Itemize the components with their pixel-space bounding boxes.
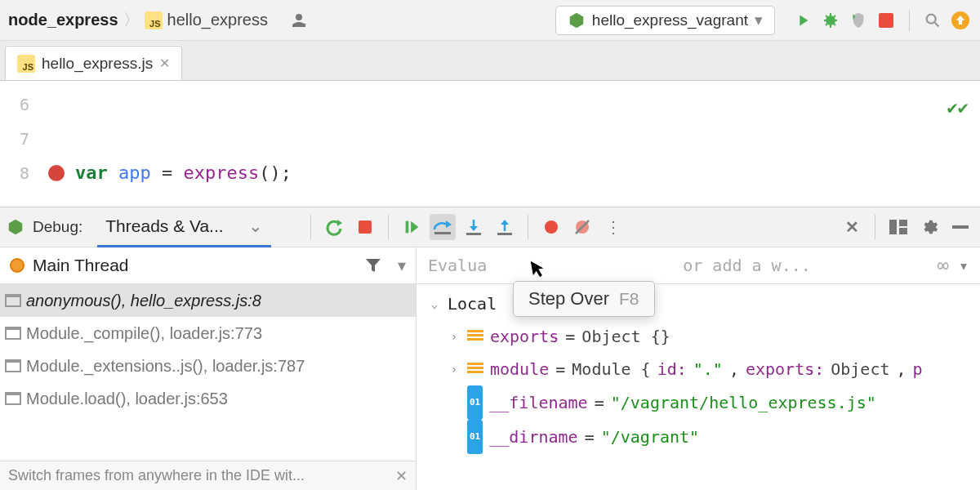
evaluate-expression-input[interactable]: Evalua or add a w... ∞ ▾ bbox=[416, 247, 980, 283]
thread-status-icon bbox=[10, 258, 24, 273]
step-into-icon[interactable] bbox=[461, 214, 487, 240]
inspection-ok-icon[interactable]: ✔✔ bbox=[947, 97, 969, 118]
close-icon[interactable]: ✕ bbox=[839, 214, 865, 240]
svg-rect-1 bbox=[879, 13, 893, 28]
svg-rect-8 bbox=[497, 233, 512, 235]
svg-rect-6 bbox=[434, 232, 451, 234]
chevron-down-icon[interactable]: ⌄ bbox=[248, 216, 263, 236]
variables-tree[interactable]: ⌄Local › exports = Object {} › module = … bbox=[416, 284, 980, 454]
chevron-down-icon[interactable]: ▾ bbox=[398, 256, 406, 275]
svg-rect-14 bbox=[952, 225, 969, 229]
run-configuration-selector[interactable]: hello_express_vagrant ▾ bbox=[555, 6, 775, 35]
svg-point-9 bbox=[545, 220, 558, 234]
main-toolbar: node_express 〉 JS hello_express hello_ex… bbox=[0, 0, 980, 41]
debug-panel: Main Thread ▾ anonymous(), hello_express… bbox=[0, 247, 980, 490]
editor-tab[interactable]: JS hello_express.js ✕ bbox=[5, 46, 182, 80]
gear-icon[interactable] bbox=[916, 214, 942, 240]
separator bbox=[909, 10, 910, 31]
string-icon: 01 bbox=[467, 420, 483, 454]
stop-icon[interactable] bbox=[352, 214, 378, 240]
svg-rect-4 bbox=[359, 220, 372, 234]
stack-frame[interactable]: Module._extensions..js(), loader.js:787 bbox=[0, 350, 416, 382]
debug-tab-threads[interactable]: Threads & Va...⌄ bbox=[97, 207, 270, 247]
user-icon[interactable] bbox=[287, 9, 310, 32]
breadcrumb[interactable]: node_express 〉 JS hello_express bbox=[8, 9, 268, 31]
glasses-icon[interactable]: ∞ bbox=[938, 254, 946, 277]
minimize-icon[interactable] bbox=[947, 214, 973, 240]
svg-rect-11 bbox=[889, 220, 897, 234]
thread-name: Main Thread bbox=[33, 256, 129, 275]
code-area[interactable]: var app = express(); app.get('/', functi… bbox=[75, 81, 980, 207]
search-icon[interactable] bbox=[921, 9, 944, 32]
line-numbers: 6 7 8 bbox=[0, 81, 38, 207]
object-icon bbox=[467, 363, 483, 376]
tooltip: Step Over F8 bbox=[513, 281, 655, 317]
variable-row[interactable]: › exports = Object {} bbox=[423, 320, 980, 353]
nodejs-icon bbox=[7, 218, 24, 236]
stack-frame[interactable]: anonymous(), hello_express.js:8 bbox=[0, 284, 416, 317]
step-over-icon[interactable] bbox=[430, 214, 456, 240]
stop-button[interactable] bbox=[875, 9, 898, 32]
close-icon[interactable]: ✕ bbox=[159, 56, 170, 71]
tooltip-shortcut: F8 bbox=[619, 289, 639, 309]
stack-frame[interactable]: Module._compile(), loader.js:773 bbox=[0, 317, 416, 350]
stack-frame[interactable]: Module.load(), loader.js:653 bbox=[0, 382, 416, 415]
variables-panel: Evalua or add a w... ∞ ▾ ⌄Local › export… bbox=[416, 247, 980, 490]
string-icon: 01 bbox=[467, 385, 483, 420]
scope-row[interactable]: ⌄Local bbox=[423, 287, 980, 320]
object-icon bbox=[467, 330, 483, 343]
expand-icon: › bbox=[448, 353, 461, 385]
debug-toolbar: Debug: Threads & Va...⌄ ⋮ ✕ bbox=[0, 207, 980, 247]
variable-row[interactable]: 01 __filename = "/vagrant/hello_express.… bbox=[423, 385, 980, 420]
variable-row[interactable]: › module = Module {id: ".", exports: Obj… bbox=[423, 353, 980, 385]
tooltip-label: Step Over bbox=[528, 288, 609, 310]
run-config-name: hello_express_vagrant bbox=[592, 11, 748, 29]
breakpoint-icon[interactable] bbox=[48, 165, 65, 181]
view-breakpoints-icon[interactable] bbox=[538, 214, 564, 240]
chevron-down-icon[interactable]: ▾ bbox=[959, 256, 969, 275]
resume-icon[interactable] bbox=[399, 214, 425, 240]
debug-button[interactable] bbox=[819, 9, 842, 32]
breadcrumb-file[interactable]: hello_express bbox=[167, 11, 268, 29]
step-out-icon[interactable] bbox=[492, 214, 518, 240]
svg-rect-13 bbox=[899, 228, 907, 234]
thread-row[interactable]: Main Thread ▾ bbox=[0, 247, 416, 283]
close-icon[interactable]: ✕ bbox=[395, 467, 408, 485]
nodejs-icon bbox=[568, 11, 586, 29]
update-icon[interactable] bbox=[949, 9, 972, 32]
more-icon[interactable]: ⋮ bbox=[600, 214, 626, 240]
debug-label: Debug: bbox=[33, 218, 82, 236]
frame-icon bbox=[5, 392, 21, 405]
collapse-icon: ⌄ bbox=[428, 287, 441, 320]
frame-icon bbox=[5, 294, 21, 307]
variable-row[interactable]: 01 __dirname = "/vagrant" bbox=[423, 420, 980, 454]
filter-icon[interactable] bbox=[365, 258, 381, 273]
svg-rect-7 bbox=[466, 233, 481, 235]
mute-breakpoints-icon[interactable] bbox=[569, 214, 595, 240]
mouse-cursor-icon bbox=[529, 256, 549, 280]
chevron-right-icon: 〉 bbox=[123, 9, 140, 31]
hint-bar: Switch frames from anywhere in the IDE w… bbox=[0, 461, 416, 490]
breakpoint-gutter[interactable] bbox=[38, 81, 75, 207]
editor-tab-label: hello_express.js bbox=[42, 55, 153, 73]
expand-icon: › bbox=[448, 320, 461, 353]
frame-icon bbox=[5, 359, 21, 372]
coverage-icon[interactable] bbox=[847, 9, 870, 32]
frame-icon bbox=[5, 327, 21, 340]
js-file-icon: JS bbox=[145, 11, 163, 29]
layout-icon[interactable] bbox=[885, 214, 911, 240]
svg-point-2 bbox=[927, 14, 936, 23]
code-editor[interactable]: 6 7 8 var app = express(); app.get('/', … bbox=[0, 80, 980, 207]
svg-rect-5 bbox=[405, 221, 408, 234]
frames-panel: Main Thread ▾ anonymous(), hello_express… bbox=[0, 247, 416, 490]
breadcrumb-project[interactable]: node_express bbox=[8, 11, 118, 29]
stack-frames[interactable]: anonymous(), hello_express.js:8 Module._… bbox=[0, 284, 416, 461]
js-file-icon: JS bbox=[17, 55, 35, 73]
rerun-icon[interactable] bbox=[321, 214, 347, 240]
editor-tab-bar: JS hello_express.js ✕ bbox=[0, 41, 980, 80]
svg-rect-12 bbox=[899, 220, 907, 226]
chevron-down-icon: ▾ bbox=[755, 11, 763, 29]
run-button[interactable] bbox=[791, 9, 814, 32]
